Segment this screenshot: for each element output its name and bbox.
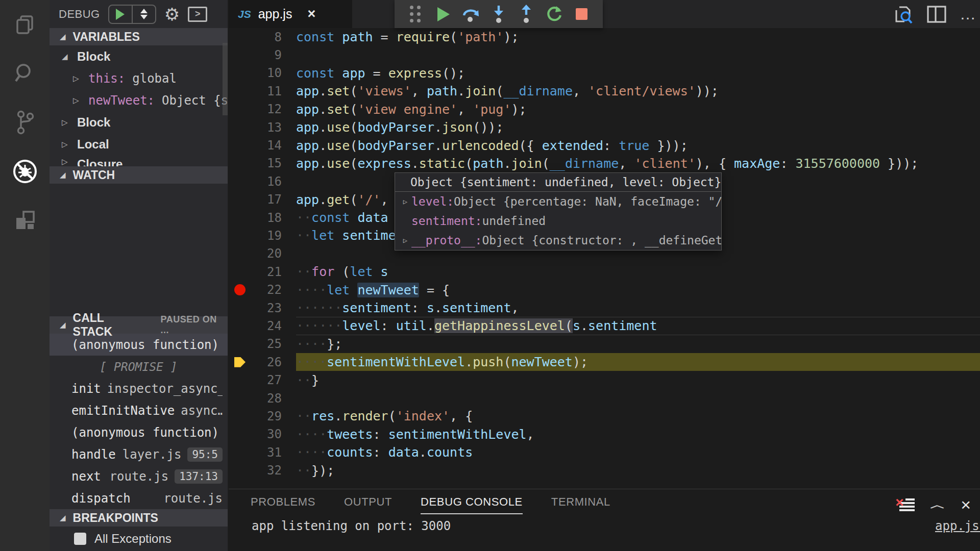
close-panel-icon[interactable]: × [961, 495, 971, 515]
call-stack-header-label: CALL STACK [73, 311, 146, 339]
call-stack-frame[interactable]: initinspector_async_… [50, 378, 228, 399]
code-line[interactable]: 13app.use(bodyParser.json()); [229, 118, 980, 136]
more-actions-icon[interactable]: … [960, 11, 977, 17]
code-line[interactable]: 12app.set('view engine', 'pug'); [229, 101, 980, 118]
start-debug-button[interactable] [108, 5, 156, 24]
variable-row[interactable]: ▷Block [50, 111, 228, 133]
debug-config-dropdown[interactable] [133, 9, 155, 19]
code-text: app.set('views', path.join(__dirname, 'c… [296, 82, 980, 100]
variable-row[interactable]: ▷newTweet:Object {sent… [50, 89, 228, 111]
twistie-icon[interactable]: ▷ [62, 140, 70, 149]
sidebar-title: DEBUG [59, 8, 100, 21]
debug-console-icon[interactable]: > [188, 7, 207, 22]
code-line[interactable]: 14app.use(bodyParser.urlencoded({ extend… [229, 136, 980, 154]
clear-console-icon[interactable]: × [899, 497, 915, 513]
code-line[interactable]: 32··}); [229, 461, 980, 479]
step-out-button[interactable] [512, 0, 540, 28]
call-stack-frame[interactable]: dispatchroute.js [50, 487, 228, 509]
editor-title-actions: … [893, 0, 977, 28]
tooltip-row[interactable]: sentiment: undefined [395, 211, 721, 231]
gutter-glyph-margin[interactable] [229, 284, 251, 295]
code-line[interactable]: 15app.use(express.static(path.join(__dir… [229, 155, 980, 172]
code-token: , [511, 300, 519, 315]
watch-section-header[interactable]: ◢ WATCH [50, 166, 228, 184]
open-preview-icon[interactable] [893, 4, 914, 24]
code-token: ()); [473, 120, 503, 135]
close-tab-icon[interactable]: × [307, 6, 315, 22]
code-token: for [311, 264, 334, 279]
tooltip-row[interactable]: ▷level: Object {percentage: NaN, faceIma… [395, 192, 721, 211]
breakpoint-all-exceptions-row[interactable]: All Exceptions [50, 527, 228, 551]
call-stack-section-header[interactable]: ◢ CALL STACK PAUSED ON ... [50, 316, 228, 334]
restart-button[interactable] [540, 0, 568, 28]
tooltip-value: Object {percentage: NaN, faceImage: "/a [454, 195, 721, 208]
extensions-icon[interactable] [0, 196, 50, 245]
twistie-icon[interactable]: ▷ [73, 96, 81, 105]
code-token: 'views' [357, 84, 411, 98]
code-line[interactable]: 10const app = express(); [229, 64, 980, 82]
variable-row[interactable]: ▷this:global [50, 67, 228, 89]
code-line[interactable]: 25····}; [229, 335, 980, 353]
twistie-icon[interactable]: ◢ [62, 52, 70, 61]
gear-icon[interactable]: ⚙ [164, 6, 180, 23]
code-line[interactable]: 30····tweets: sentimentWithLevel, [229, 425, 980, 443]
code-line[interactable]: 24······level: util.getHappinessLevel(s.… [229, 317, 980, 335]
code-area[interactable]: 8const path = require('path');910const a… [229, 28, 980, 489]
code-line[interactable]: 27··} [229, 371, 980, 389]
all-exceptions-checkbox[interactable] [74, 533, 86, 545]
twistie-icon[interactable]: ▷ [399, 197, 411, 206]
variables-section-header[interactable]: ◢ VARIABLES [50, 28, 228, 45]
line-number: 19 [251, 229, 282, 243]
tab-app-js[interactable]: JS app.js × [229, 0, 352, 28]
scope-label: Block [77, 115, 110, 130]
code-line[interactable]: 9 [229, 46, 980, 64]
code-line[interactable]: 11app.set('views', path.join(__dirname, … [229, 82, 980, 100]
call-stack-frame[interactable]: nextroute.js137:13 [50, 465, 228, 487]
code-line[interactable]: 22····let newTweet = { [229, 281, 980, 298]
breakpoints-section-header[interactable]: ◢ BREAKPOINTS [50, 509, 228, 527]
step-into-button[interactable] [485, 0, 512, 28]
panel-tab-terminal[interactable]: TERMINAL [551, 495, 610, 514]
call-stack-frame[interactable]: emitInitNativeasync… [50, 399, 228, 421]
stop-button[interactable] [568, 0, 596, 28]
breakpoint-icon[interactable] [234, 284, 246, 295]
call-stack-frame[interactable]: (anonymous function)a [50, 421, 228, 443]
sidebar-scrollbar[interactable] [223, 43, 228, 115]
code-line[interactable]: 26····sentimentWithLevel.push(newTweet); [229, 353, 980, 371]
code-token: 'path' [457, 30, 503, 44]
source-control-icon[interactable] [0, 98, 50, 147]
panel-tab-problems[interactable]: PROBLEMS [251, 495, 315, 514]
code-token: . [319, 192, 327, 207]
files-icon[interactable] [0, 0, 50, 49]
variable-row[interactable]: ▷Closure [50, 155, 228, 166]
drag-grip[interactable] [402, 0, 429, 28]
variable-row[interactable]: ◢Block [50, 45, 228, 67]
code-line[interactable]: 31····counts: data.counts [229, 443, 980, 461]
continue-button[interactable] [429, 0, 457, 28]
code-line[interactable]: 23······sentiment: s.sentiment, [229, 299, 980, 317]
twistie-icon[interactable]: ▷ [73, 74, 81, 83]
start-debug-play-icon[interactable] [109, 6, 132, 23]
split-editor-icon[interactable] [927, 6, 946, 23]
code-token: , [457, 102, 473, 117]
code-line[interactable]: 28 [229, 389, 980, 407]
code-text: ··} [296, 371, 980, 389]
step-over-button[interactable] [457, 0, 485, 28]
panel-tab-output[interactable]: OUTPUT [344, 495, 392, 514]
code-token: , [573, 84, 588, 98]
code-line[interactable]: 8const path = require('path'); [229, 28, 980, 46]
twistie-icon[interactable]: ▷ [62, 157, 70, 166]
twistie-icon[interactable]: ▷ [399, 236, 411, 244]
console-source-link[interactable]: app.js:37 [935, 519, 980, 533]
variable-row[interactable]: ▷Local [50, 133, 228, 155]
call-stack-frame[interactable]: handlelayer.js95:5 [50, 443, 228, 465]
code-line[interactable]: 21··for (let s [229, 263, 980, 281]
panel-tab-debug-console[interactable]: DEBUG CONSOLE [421, 495, 523, 514]
search-icon[interactable] [0, 49, 50, 98]
maximize-panel-icon[interactable]: ︿ [930, 497, 945, 513]
twistie-icon[interactable]: ▷ [62, 118, 70, 127]
gutter-glyph-margin[interactable] [229, 357, 251, 367]
code-line[interactable]: 29··res.render('index', { [229, 407, 980, 425]
tooltip-row[interactable]: ▷__proto__: Object {constructor: , __def… [395, 231, 721, 250]
debug-icon[interactable] [0, 147, 50, 196]
